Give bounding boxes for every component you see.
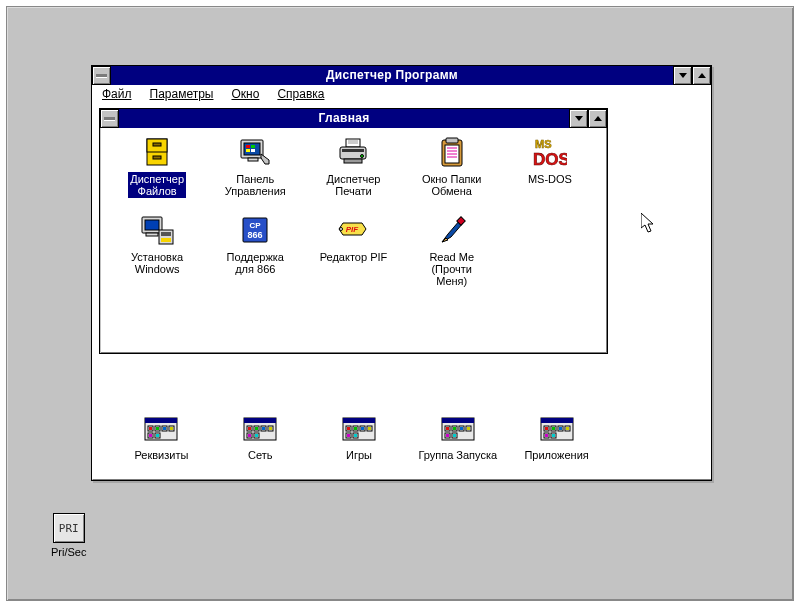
program-group-icon [143,410,179,446]
svg-rect-100 [545,427,548,430]
program-group-icon [242,410,278,446]
svg-rect-104 [559,427,562,430]
svg-rect-82 [354,434,357,437]
msdos-prompt-icon[interactable]: MS DOS MS-DOS [501,134,599,198]
system-menu-button[interactable] [92,66,111,85]
svg-rect-62 [262,427,265,430]
group-label: Игры [344,448,374,462]
svg-point-39 [340,228,343,231]
group-requisites[interactable]: Реквизиты [112,410,211,462]
codepage-866-icon[interactable]: CP 866 Поддержка для 866 [206,212,304,288]
svg-point-16 [361,155,364,158]
icon-label: Диспетчер Файлов [128,172,186,198]
svg-rect-106 [566,427,569,430]
svg-rect-90 [460,427,463,430]
windows-setup-icon[interactable]: Установка Windows [108,212,206,288]
main-group-window[interactable]: Главная [99,108,608,354]
svg-rect-50 [170,427,173,430]
svg-rect-80 [347,434,350,437]
file-manager-icon[interactable]: Диспетчер Файлов [108,134,206,198]
svg-text:PIF: PIF [346,225,360,234]
inner-minimize-button[interactable] [569,109,588,128]
svg-rect-31 [161,232,171,236]
program-group-icon [341,410,377,446]
control-panel-icon[interactable]: Панель Управления [206,134,304,198]
menu-help[interactable]: Справка [277,87,324,101]
menu-window[interactable]: Окно [231,87,259,101]
inner-maximize-button[interactable] [588,109,607,128]
svg-rect-3 [153,156,161,159]
icon-label: Установка Windows [129,250,185,276]
icon-label: Read Me (Прочти Меня) [427,250,476,288]
cp866-icon: CP 866 [237,212,273,248]
svg-text:MS: MS [535,138,552,150]
svg-rect-42 [145,418,177,423]
svg-rect-10 [248,158,258,161]
svg-rect-17 [344,159,362,163]
svg-rect-52 [149,434,152,437]
file-cabinet-icon [139,134,175,170]
inner-system-menu-button[interactable] [100,109,119,128]
titlebar[interactable]: Диспетчер Программ [92,66,711,85]
clipboard-icon [434,134,470,170]
svg-rect-94 [446,434,449,437]
svg-rect-92 [467,427,470,430]
group-games[interactable]: Игры [310,410,409,462]
client-area: Главная [92,104,711,479]
pri-sec-minimized-icon[interactable]: PRI Pri/Sec [51,513,86,558]
svg-rect-29 [146,233,158,236]
group-startup[interactable]: Группа Запуска [408,410,507,462]
inner-window-title: Главная [119,109,569,128]
icon-label: MS-DOS [526,172,574,186]
group-label: Реквизиты [132,448,190,462]
control-panel-glyph-icon [237,134,273,170]
setup-computer-icon [139,212,175,248]
svg-text:DOS: DOS [533,150,567,168]
group-network[interactable]: Сеть [211,410,310,462]
svg-rect-28 [145,220,159,230]
svg-rect-7 [251,145,255,148]
maximize-button[interactable] [692,66,711,85]
svg-rect-19 [446,138,458,143]
svg-rect-66 [248,434,251,437]
icon-label: Редактор PIF [318,250,390,264]
svg-text:CP: CP [250,221,262,230]
svg-rect-74 [354,427,357,430]
program-manager-window[interactable]: Диспетчер Программ Файл Параметры Окно С… [91,65,712,481]
svg-rect-108 [545,434,548,437]
svg-rect-84 [442,418,474,423]
svg-rect-8 [246,149,250,152]
svg-rect-64 [269,427,272,430]
group-applications[interactable]: Приложения [507,410,606,462]
svg-rect-56 [244,418,276,423]
pen-icon [434,212,470,248]
menubar: Файл Параметры Окно Справка [92,85,711,104]
svg-rect-68 [255,434,258,437]
pif-tag-icon: PIF [335,212,371,248]
svg-text:866: 866 [248,230,263,240]
clipboard-viewer-icon[interactable]: Окно Папки Обмена [403,134,501,198]
svg-rect-54 [156,434,159,437]
window-title: Диспетчер Программ [111,66,673,85]
print-manager-icon[interactable]: Диспетчер Печати [304,134,402,198]
minimize-button[interactable] [673,66,692,85]
desktop-icon-label: Pri/Sec [51,546,86,558]
svg-rect-76 [361,427,364,430]
desktop[interactable]: Диспетчер Программ Файл Параметры Окно С… [6,6,794,601]
svg-rect-2 [153,143,161,146]
printer-icon [335,134,371,170]
svg-rect-60 [255,427,258,430]
readme-icon[interactable]: Read Me (Прочти Меня) [403,212,501,288]
inner-titlebar[interactable]: Главная [100,109,607,128]
menu-file[interactable]: Файл [102,87,132,101]
group-label: Сеть [246,448,274,462]
svg-rect-48 [163,427,166,430]
pif-editor-icon[interactable]: PIF Редактор PIF [304,212,402,288]
program-group-icon [440,410,476,446]
svg-rect-72 [347,427,350,430]
svg-rect-96 [453,434,456,437]
group-label: Приложения [522,448,590,462]
menu-options[interactable]: Параметры [150,87,214,101]
msdos-icon: MS DOS [532,134,568,170]
svg-rect-6 [246,145,250,148]
